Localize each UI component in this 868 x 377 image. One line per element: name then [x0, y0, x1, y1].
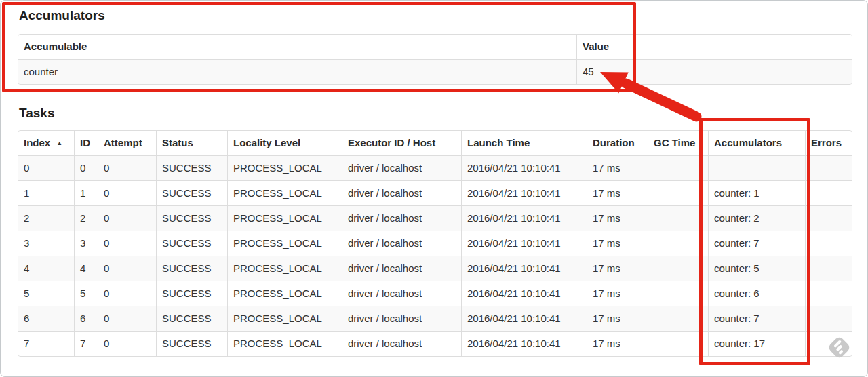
cell-gc-time — [648, 231, 708, 256]
cell-attempt: 0 — [98, 256, 156, 281]
cell-duration: 17 ms — [587, 155, 648, 180]
cell-id: 5 — [74, 281, 98, 306]
cell-status: SUCCESS — [156, 256, 227, 281]
task-row: 4 4 0 SUCCESS PROCESS_LOCAL driver / loc… — [18, 256, 852, 281]
cell-index: 4 — [18, 256, 74, 281]
cell-gc-time — [648, 155, 708, 180]
cell-launch-time: 2016/04/21 10:10:41 — [461, 256, 587, 281]
cell-id: 7 — [74, 331, 98, 356]
cell-duration: 17 ms — [587, 180, 648, 205]
cell-duration: 17 ms — [587, 331, 648, 356]
cell-gc-time — [648, 256, 708, 281]
cell-attempt: 0 — [98, 205, 156, 231]
col-header-status[interactable]: Status — [156, 131, 227, 155]
cell-accumulators: counter: 2 — [708, 205, 805, 231]
cell-accumulators: counter: 17 — [708, 331, 805, 356]
cell-locality-level: PROCESS_LOCAL — [227, 155, 342, 180]
cell-executor-id-host: driver / localhost — [342, 306, 461, 331]
cell-status: SUCCESS — [156, 306, 227, 331]
col-header-launch-time[interactable]: Launch Time — [461, 131, 587, 155]
cell-locality-level: PROCESS_LOCAL — [227, 281, 342, 306]
cell-duration: 17 ms — [587, 205, 648, 231]
cell-executor-id-host: driver / localhost — [342, 180, 461, 205]
cell-id: 1 — [74, 180, 98, 205]
spark-ui-stage-page: Accumulators Accumulable Value counter 4… — [0, 0, 868, 377]
cell-locality-level: PROCESS_LOCAL — [227, 331, 342, 356]
accumulator-row: counter 45 — [18, 59, 852, 84]
col-header-index[interactable]: Index▲ — [18, 131, 74, 155]
cell-locality-level: PROCESS_LOCAL — [227, 180, 342, 205]
cell-accumulators: counter: 6 — [708, 281, 805, 306]
cell-gc-time — [648, 205, 708, 231]
cell-accumulators: counter: 7 — [708, 231, 805, 256]
tasks-header-row: Index▲ ID Attempt Status Locality Level … — [18, 131, 852, 155]
col-header-locality-level[interactable]: Locality Level — [227, 131, 342, 155]
cell-launch-time: 2016/04/21 10:10:41 — [461, 180, 587, 205]
cell-status: SUCCESS — [156, 155, 227, 180]
cell-status: SUCCESS — [156, 205, 227, 231]
cell-index: 0 — [18, 155, 74, 180]
task-row: 3 3 0 SUCCESS PROCESS_LOCAL driver / loc… — [18, 231, 852, 256]
tasks-table-body: 0 0 0 SUCCESS PROCESS_LOCAL driver / loc… — [18, 155, 852, 356]
cell-executor-id-host: driver / localhost — [342, 256, 461, 281]
cell-executor-id-host: driver / localhost — [342, 205, 461, 231]
cell-accumulators — [708, 155, 805, 180]
cell-executor-id-host: driver / localhost — [342, 155, 461, 180]
cell-launch-time: 2016/04/21 10:10:41 — [461, 331, 587, 356]
accumulators-header-row: Accumulable Value — [18, 35, 852, 59]
cell-index: 3 — [18, 231, 74, 256]
tasks-section-heading: Tasks — [19, 106, 851, 120]
cell-accumulators: counter: 1 — [708, 180, 805, 205]
cell-status: SUCCESS — [156, 331, 227, 356]
cell-gc-time — [648, 306, 708, 331]
cell-index: 1 — [18, 180, 74, 205]
cell-id: 2 — [74, 205, 98, 231]
col-header-accumulators[interactable]: Accumulators — [708, 131, 805, 155]
col-header-attempt[interactable]: Attempt — [98, 131, 156, 155]
col-header-id[interactable]: ID — [74, 131, 98, 155]
col-header-duration[interactable]: Duration — [587, 131, 648, 155]
cell-duration: 17 ms — [587, 306, 648, 331]
task-row: 7 7 0 SUCCESS PROCESS_LOCAL driver / loc… — [18, 331, 852, 356]
cell-id: 6 — [74, 306, 98, 331]
col-header-value[interactable]: Value — [576, 35, 852, 59]
cell-attempt: 0 — [98, 281, 156, 306]
task-row: 0 0 0 SUCCESS PROCESS_LOCAL driver / loc… — [18, 155, 852, 180]
cell-errors — [805, 281, 852, 306]
cell-accumulators: counter: 5 — [708, 256, 805, 281]
cell-errors — [805, 155, 852, 180]
cell-index: 6 — [18, 306, 74, 331]
col-header-errors[interactable]: Errors — [805, 131, 852, 155]
cell-executor-id-host: driver / localhost — [342, 231, 461, 256]
cell-executor-id-host: driver / localhost — [342, 281, 461, 306]
col-header-gc-time[interactable]: GC Time — [648, 131, 708, 155]
col-header-accumulable[interactable]: Accumulable — [18, 35, 576, 59]
cell-errors — [805, 231, 852, 256]
cell-id: 4 — [74, 256, 98, 281]
cell-duration: 17 ms — [587, 231, 648, 256]
cell-locality-level: PROCESS_LOCAL — [227, 205, 342, 231]
cell-index: 2 — [18, 205, 74, 231]
cell-launch-time: 2016/04/21 10:10:41 — [461, 281, 587, 306]
cell-id: 0 — [74, 155, 98, 180]
accumulators-table-body: counter 45 — [18, 59, 852, 84]
cell-errors — [805, 205, 852, 231]
cell-launch-time: 2016/04/21 10:10:41 — [461, 231, 587, 256]
cell-errors — [805, 306, 852, 331]
cell-status: SUCCESS — [156, 281, 227, 306]
cell-gc-time — [648, 281, 708, 306]
cell-gc-time — [648, 180, 708, 205]
cell-launch-time: 2016/04/21 10:10:41 — [461, 155, 587, 180]
col-header-executor-id-host[interactable]: Executor ID / Host — [342, 131, 461, 155]
cell-accumulators: counter: 7 — [708, 306, 805, 331]
cell-index: 5 — [18, 281, 74, 306]
cell-locality-level: PROCESS_LOCAL — [227, 306, 342, 331]
page-content: Accumulators Accumulable Value counter 4… — [1, 9, 867, 357]
task-row: 2 2 0 SUCCESS PROCESS_LOCAL driver / loc… — [18, 205, 852, 231]
cell-value: 45 — [576, 59, 852, 84]
cell-errors — [805, 180, 852, 205]
cell-attempt: 0 — [98, 180, 156, 205]
task-row: 1 1 0 SUCCESS PROCESS_LOCAL driver / loc… — [18, 180, 852, 205]
cell-status: SUCCESS — [156, 231, 227, 256]
cell-locality-level: PROCESS_LOCAL — [227, 256, 342, 281]
